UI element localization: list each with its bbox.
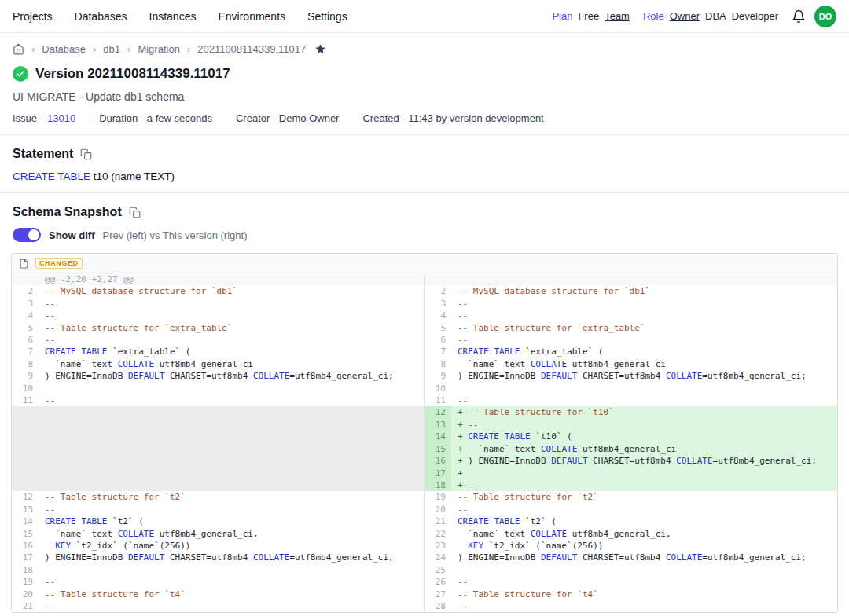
breadcrumb: ›Database›db1›Migration›20211008114339.1…: [0, 33, 849, 57]
diff-line-number-left: 13: [12, 504, 39, 515]
breadcrumb-item[interactable]: Database: [42, 43, 86, 55]
diff-line-number-right: 3: [424, 298, 451, 310]
chevron-right-icon: ›: [93, 43, 96, 55]
diff-line-code-right: [451, 564, 837, 576]
diff-line-code-right: [451, 383, 837, 394]
diff-line-number-left: 14: [12, 515, 39, 527]
role-owner-link[interactable]: Owner: [670, 10, 700, 22]
diff-line-number-right: 23: [424, 540, 451, 552]
notifications-bell-icon[interactable]: [792, 9, 806, 24]
diff-grid[interactable]: @@ -2,20 +2,27 @@2-- MySQL database stru…: [12, 273, 837, 612]
copy-snapshot-icon[interactable]: [129, 207, 141, 218]
diff-line-code-left: [39, 419, 424, 431]
meta-issue: Issue - 13010: [13, 112, 75, 124]
diff-hunk-header: @@ -2,20 +2,27 @@: [39, 273, 424, 285]
show-diff-toggle[interactable]: [13, 228, 41, 242]
diff-line-number-left: [12, 431, 39, 442]
diff-line-number-right: 12: [424, 406, 451, 418]
role-developer[interactable]: Developer: [732, 10, 778, 22]
diff-line-code-left: `name` text COLLATE utf8mb4_general_ci: [39, 358, 424, 370]
home-icon[interactable]: [13, 43, 24, 55]
nav-item-databases[interactable]: Databases: [75, 10, 127, 23]
diff-line-number-left: 20: [12, 588, 39, 600]
diff-line-code-left: --: [39, 600, 424, 612]
statement-sql: CREATE TABLE t10 (name TEXT): [0, 161, 849, 192]
diff-line-number-left: [12, 406, 39, 418]
breadcrumb-item[interactable]: db1: [103, 43, 120, 55]
diff-line-number-right: 19: [424, 491, 451, 503]
diff-line-code-right: CREATE TABLE `extra_table` (: [451, 346, 837, 358]
toggle-knob: [28, 229, 39, 240]
diff-line-code-left: [39, 443, 424, 455]
diff-line-number-right: 16: [424, 455, 451, 467]
diff-line-code-right: + CREATE TABLE `t10` (: [451, 431, 837, 442]
show-diff-label: Show diff: [49, 229, 95, 241]
diff-line-code-right: + -- Table structure for `t10`: [451, 406, 837, 418]
diff-line-code-right: --: [451, 600, 837, 612]
diff-line-code-left: ) ENGINE=InnoDB DEFAULT CHARSET=utf8mb4 …: [39, 552, 424, 563]
diff-line-code-left: --: [39, 394, 424, 406]
star-icon[interactable]: [314, 43, 326, 55]
diff-line-number-left: 2: [12, 285, 39, 297]
issue-link[interactable]: 13010: [47, 112, 75, 124]
diff-hunk-gutter: [12, 273, 39, 285]
breadcrumb-item[interactable]: 20211008114339.11017: [197, 43, 306, 55]
role-dba[interactable]: DBA: [705, 10, 726, 22]
diff-line-code-left: KEY `t2_idx` (`name`(256)): [39, 540, 424, 552]
schema-diff-panel: CHANGED @@ -2,20 +2,27 @@2-- MySQL datab…: [11, 253, 838, 613]
diff-line-code-left: --: [39, 576, 424, 588]
diff-line-code-right: `name` text COLLATE utf8mb4_general_ci,: [451, 528, 837, 540]
file-icon: [19, 258, 29, 269]
diff-line-number-left: [12, 419, 39, 431]
diff-line-code-left: [39, 455, 424, 467]
plan-team-link[interactable]: Team: [605, 10, 630, 22]
copy-statement-icon[interactable]: [80, 148, 92, 160]
diff-line-number-right: 13: [424, 419, 451, 431]
snapshot-section-header: Schema Snapshot: [0, 193, 849, 219]
nav-item-projects[interactable]: Projects: [13, 10, 53, 23]
diff-line-number-right: 7: [424, 346, 451, 358]
diff-line-code-left: --: [39, 334, 424, 346]
avatar[interactable]: DO: [814, 6, 836, 28]
diff-line-code-left: [39, 468, 424, 479]
diff-line-number-right: 9: [424, 370, 451, 382]
diff-line-code-right: + `name` text COLLATE utf8mb4_general_ci: [451, 443, 837, 455]
diff-line-code-left: CREATE TABLE `extra_table` (: [39, 346, 424, 358]
diff-line-number-left: 18: [12, 564, 39, 576]
chevron-right-icon: ›: [127, 43, 130, 55]
diff-line-number-left: 15: [12, 528, 39, 540]
sql-keyword: CREATE TABLE: [13, 170, 90, 182]
diff-line-code-right: --: [451, 576, 837, 588]
plan-free: Free: [578, 10, 599, 22]
changed-badge: CHANGED: [35, 258, 83, 269]
breadcrumb-item[interactable]: Migration: [138, 43, 179, 55]
page-title: Version 20211008114339.11017: [35, 66, 230, 82]
sql-rest: t10 (name TEXT): [90, 170, 175, 182]
nav-item-instances[interactable]: Instances: [149, 10, 197, 23]
diff-line-code-left: -- Table structure for `extra_table`: [39, 322, 424, 334]
diff-line-number-right: 17: [424, 468, 451, 479]
diff-line-number-right: 10: [424, 383, 451, 394]
diff-line-number-left: 5: [12, 322, 39, 334]
diff-line-code-left: [39, 431, 424, 442]
diff-line-code-left: -- Table structure for `t2`: [39, 491, 424, 503]
chevron-right-icon: ›: [31, 43, 35, 55]
diff-line-code-right: `name` text COLLATE utf8mb4_general_ci: [451, 358, 837, 370]
diff-line-number-left: [12, 455, 39, 467]
diff-line-number-left: 12: [12, 491, 39, 503]
diff-line-number-right: 28: [424, 600, 451, 612]
diff-line-number-left: 19: [12, 576, 39, 588]
diff-line-number-right: 15: [424, 443, 451, 455]
nav-item-environments[interactable]: Environments: [218, 10, 285, 23]
diff-line-number-right: 27: [424, 588, 451, 600]
diff-line-code-left: CREATE TABLE `t2` (: [39, 515, 424, 527]
diff-line-code-left: `name` text COLLATE utf8mb4_general_ci,: [39, 528, 424, 540]
diff-line-number-right: 24: [424, 552, 451, 563]
breadcrumb-items: ›Database›db1›Migration›20211008114339.1…: [31, 43, 306, 55]
diff-toggle-row: Show diff Prev (left) vs This version (r…: [0, 219, 849, 251]
nav-items: ProjectsDatabasesInstancesEnvironmentsSe…: [13, 10, 347, 23]
diff-line-code-right: + --: [451, 479, 837, 491]
nav-item-settings[interactable]: Settings: [307, 10, 347, 23]
diff-line-number-right: 26: [424, 576, 451, 588]
diff-line-number-right: 25: [424, 564, 451, 576]
